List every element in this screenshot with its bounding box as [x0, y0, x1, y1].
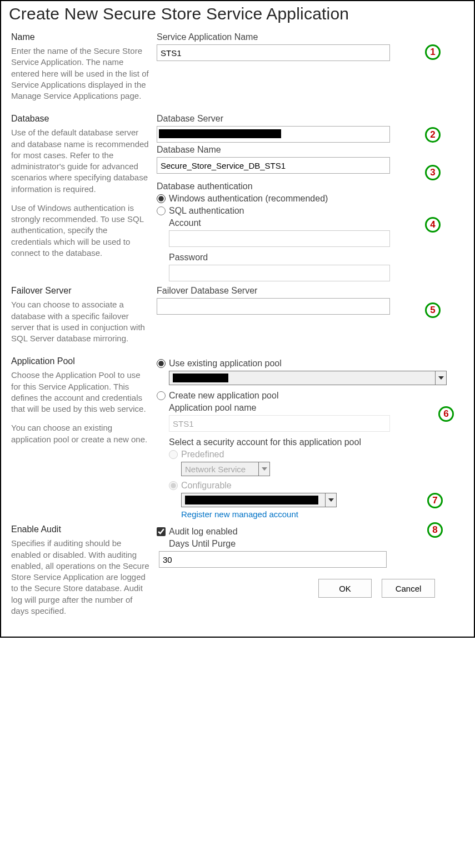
- annotation-marker-1: 1: [425, 44, 441, 60]
- security-account-label: Select a security account for this appli…: [169, 437, 463, 447]
- radio-create-new-label: Create new application pool: [169, 391, 278, 401]
- cancel-button[interactable]: Cancel: [382, 579, 435, 598]
- radio-windows-auth-row: Windows authentication (recommended): [157, 194, 463, 204]
- sql-password-label: Password: [169, 253, 463, 263]
- radio-predefined-row: Predefined: [169, 450, 463, 460]
- annotation-marker-2: 2: [425, 127, 441, 143]
- predefined-value: Network Service: [185, 465, 246, 474]
- audit-enabled-label: Audit log enabled: [169, 527, 238, 537]
- existing-pool-select[interactable]: [169, 371, 447, 385]
- audit-check-row: Audit log enabled: [157, 527, 463, 537]
- apppool-help-2: You can choose an existing application p…: [11, 422, 150, 445]
- db-auth-label: Database authentication: [157, 181, 463, 191]
- name-heading: Name: [11, 32, 150, 42]
- database-help-1: Use of the default database server and d…: [11, 127, 150, 195]
- radio-configurable[interactable]: [169, 481, 178, 490]
- audit-heading: Enable Audit: [11, 524, 150, 534]
- radio-windows-auth[interactable]: [157, 194, 166, 203]
- service-app-name-input[interactable]: [157, 44, 390, 61]
- sql-password-input[interactable]: [169, 265, 390, 281]
- service-app-name-label: Service Application Name: [157, 32, 463, 42]
- annotation-marker-3: 3: [425, 165, 441, 180]
- dialog-buttons: OK Cancel: [157, 579, 463, 598]
- radio-create-new[interactable]: [157, 391, 166, 400]
- radio-sql-auth[interactable]: [157, 206, 166, 215]
- section-apppool: Application Pool Choose the Application …: [7, 356, 468, 519]
- ok-button[interactable]: OK: [318, 579, 372, 598]
- configurable-select[interactable]: [181, 493, 337, 507]
- radio-configurable-label: Configurable: [181, 481, 232, 491]
- chevron-down-icon: [435, 371, 446, 385]
- chevron-down-icon: [325, 493, 336, 507]
- failover-help: You can choose to associate a database w…: [11, 299, 150, 344]
- radio-predefined[interactable]: [169, 450, 178, 459]
- section-database: Database Use of the default database ser…: [7, 114, 468, 281]
- purge-label: Days Until Purge: [169, 539, 463, 549]
- annotation-marker-5: 5: [425, 302, 441, 318]
- radio-use-existing-label: Use existing application pool: [169, 359, 282, 369]
- pool-name-label: Application pool name: [169, 403, 463, 413]
- section-failover: Failover Server You can choose to associ…: [7, 286, 468, 352]
- db-name-label: Database Name: [157, 145, 463, 155]
- failover-heading: Failover Server: [11, 286, 150, 296]
- chevron-down-icon: [258, 462, 269, 476]
- predefined-select[interactable]: Network Service: [181, 462, 270, 476]
- pool-name-input[interactable]: [169, 415, 390, 432]
- section-name: Name Enter the name of the Secure Store …: [7, 32, 468, 109]
- apppool-heading: Application Pool: [11, 356, 150, 366]
- failover-label: Failover Database Server: [157, 286, 463, 296]
- sql-account-label: Account: [169, 218, 463, 228]
- radio-sql-auth-row: SQL authentication: [157, 206, 463, 216]
- radio-use-existing-row: Use existing application pool: [157, 359, 463, 369]
- redacted-pool-name: [173, 374, 228, 382]
- radio-use-existing[interactable]: [157, 359, 166, 368]
- purge-input[interactable]: [159, 551, 387, 568]
- db-server-label: Database Server: [157, 114, 463, 124]
- radio-create-new-row: Create new application pool: [157, 391, 463, 401]
- audit-enabled-checkbox[interactable]: [157, 527, 166, 536]
- radio-windows-auth-label: Windows authentication (recommended): [169, 194, 328, 204]
- redacted-db-server: [159, 129, 281, 138]
- radio-configurable-row: Configurable: [169, 481, 463, 491]
- create-secure-store-dialog: Create New Secure Store Service Applicat…: [0, 0, 475, 638]
- name-help: Enter the name of the Secure Store Servi…: [11, 46, 150, 102]
- register-account-link[interactable]: Register new managed account: [181, 509, 463, 519]
- audit-help: Specifies if auditing should be enabled …: [11, 538, 150, 617]
- redacted-account: [185, 496, 318, 504]
- sql-account-input[interactable]: [169, 230, 390, 247]
- db-name-input[interactable]: [157, 157, 390, 174]
- apppool-help-1: Choose the Application Pool to use for t…: [11, 370, 150, 415]
- database-help-2: Use of Windows authentication is strongl…: [11, 203, 150, 259]
- radio-predefined-label: Predefined: [181, 450, 224, 460]
- database-heading: Database: [11, 114, 150, 124]
- section-audit: Enable Audit Specifies if auditing shoul…: [7, 524, 468, 624]
- failover-input[interactable]: [157, 298, 390, 315]
- radio-sql-auth-label: SQL authentication: [169, 206, 244, 216]
- dialog-title: Create New Secure Store Service Applicat…: [9, 4, 468, 23]
